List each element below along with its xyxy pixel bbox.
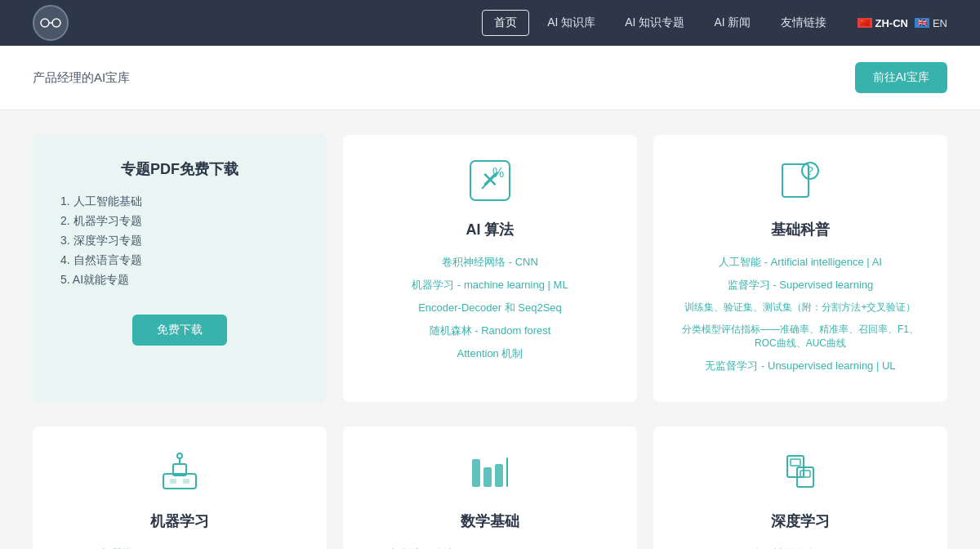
alg-link-0[interactable]: 卷积神经网络 - CNN (363, 251, 617, 274)
svg-point-15 (177, 453, 182, 458)
dl-card: 深度学习 卷积神经网络 - CNN 深度学习 - Deep learning |… (653, 426, 947, 549)
dl-link-0[interactable]: 卷积神经网络 - CNN (673, 542, 928, 549)
svg-rect-12 (183, 479, 189, 484)
math-link-0[interactable]: 随机梯度下降法（Stochastic gradient descent | SG… (363, 542, 617, 549)
dl-links: 卷积神经网络 - CNN 深度学习 - Deep learning | DL A… (673, 542, 928, 549)
cn-flag-icon: 🇨🇳 (858, 18, 872, 28)
ml-links: 机器学习 - machine learning | ML 随机森林 - Rand… (52, 542, 307, 549)
algorithm-links: 卷积神经网络 - CNN 机器学习 - machine learning | M… (363, 251, 617, 365)
logo[interactable] (33, 5, 69, 41)
cta-button[interactable]: 前往AI宝库 (855, 62, 947, 93)
basics-link-0[interactable]: 人工智能 - Artificial intelligence | AI (673, 251, 928, 274)
svg-rect-23 (800, 471, 810, 477)
lang-switcher: 🇨🇳 ZH-CN 🇬🇧 EN (858, 17, 948, 29)
svg-rect-18 (495, 464, 503, 487)
pdf-item-4: 4. 自然语言专题 (60, 251, 299, 270)
basics-link-1[interactable]: 监督学习 - Supervised learning (673, 274, 928, 297)
basics-link-2[interactable]: 训练集、验证集、测试集（附：分割方法+交叉验证） (673, 297, 928, 319)
alg-link-3[interactable]: 随机森林 - Random forest (363, 319, 617, 342)
pdf-item-5: 5. AI就能专题 (60, 270, 299, 290)
nav-topics[interactable]: AI 知识专题 (613, 11, 696, 35)
basics-card: ? 基础科普 人工智能 - Artificial intelligence | … (653, 135, 947, 402)
basics-title: 基础科普 (771, 220, 830, 239)
svg-rect-21 (791, 459, 800, 466)
ml-icon (158, 451, 201, 493)
math-title: 数学基础 (461, 511, 519, 531)
svg-rect-11 (170, 479, 176, 484)
main-nav: 首页 AI 知识库 AI 知识专题 AI 新闻 友情链接 🇨🇳 ZH-CN 🇬🇧… (482, 10, 947, 36)
basics-icon: ? (779, 159, 822, 202)
pdf-title: 专题PDF免费下载 (121, 159, 238, 179)
svg-point-1 (52, 19, 60, 27)
alg-link-1[interactable]: 机器学习 - machine learning | ML (363, 274, 617, 297)
alg-link-2[interactable]: Encoder-Decoder 和 Seq2Seq (363, 297, 617, 319)
en-flag-icon: 🇬🇧 (915, 18, 929, 28)
nav-home[interactable]: 首页 (482, 10, 529, 36)
basics-links: 人工智能 - Artificial intelligence | AI 监督学习… (673, 251, 928, 377)
alg-link-4[interactable]: Attention 机制 (363, 342, 617, 365)
ml-card: 机器学习 机器学习 - machine learning | ML 随机森林 -… (33, 426, 327, 549)
subtitle-bar: 产品经理的AI宝库 前往AI宝库 (0, 46, 980, 110)
pdf-item-2: 2. 机器学习专题 (60, 212, 299, 231)
basics-link-3[interactable]: 分类模型评估指标——准确率、精准率、召回率、F1、ROC曲线、AUC曲线 (673, 319, 928, 355)
ml-link-0[interactable]: 机器学习 - machine learning | ML (52, 542, 307, 549)
algorithm-icon: ✕ % (469, 159, 511, 202)
math-icon (469, 451, 511, 493)
basics-link-4[interactable]: 无监督学习 - Unsupervised learning | UL (673, 355, 928, 377)
bottom-row: 机器学习 机器学习 - machine learning | ML 随机森林 -… (0, 426, 980, 549)
nav-knowledge[interactable]: AI 知识库 (536, 11, 607, 35)
svg-point-0 (41, 19, 49, 27)
nav-links[interactable]: 友情链接 (769, 11, 838, 35)
header: 首页 AI 知识库 AI 知识专题 AI 新闻 友情链接 🇨🇳 ZH-CN 🇬🇧… (0, 0, 980, 46)
lang-cn-btn[interactable]: 🇨🇳 ZH-CN (858, 17, 908, 29)
pdf-item-3: 3. 深度学习专题 (60, 231, 299, 251)
algorithm-card: ✕ % AI 算法 卷积神经网络 - CNN 机器学习 - machine le… (343, 135, 637, 402)
svg-rect-16 (472, 459, 480, 487)
dl-title: 深度学习 (771, 511, 830, 531)
math-card: 数学基础 随机梯度下降法（Stochastic gradient descent… (343, 426, 637, 549)
nav-news[interactable]: AI 新闻 (702, 11, 762, 35)
pdf-card: 专题PDF免费下载 1. 人工智能基础 2. 机器学习专题 3. 深度学习专题 … (33, 135, 327, 402)
svg-rect-19 (506, 458, 508, 487)
pdf-list: 1. 人工智能基础 2. 机器学习专题 3. 深度学习专题 4. 自然语言专题 … (52, 192, 307, 290)
pdf-item-1: 1. 人工智能基础 (60, 192, 299, 212)
dl-icon (779, 451, 822, 493)
svg-rect-7 (782, 164, 808, 197)
subtitle-text: 产品经理的AI宝库 (33, 70, 130, 86)
ml-title: 机器学习 (150, 511, 209, 531)
math-links: 随机梯度下降法（Stochastic gradient descent | SG… (363, 542, 617, 549)
lang-en-btn[interactable]: 🇬🇧 EN (915, 17, 947, 29)
free-download-button[interactable]: 免费下载 (132, 315, 227, 346)
svg-text:?: ? (807, 164, 813, 177)
algorithm-title: AI 算法 (466, 220, 514, 239)
svg-rect-17 (483, 467, 492, 487)
top-row: 专题PDF免费下载 1. 人工智能基础 2. 机器学习专题 3. 深度学习专题 … (0, 110, 980, 426)
